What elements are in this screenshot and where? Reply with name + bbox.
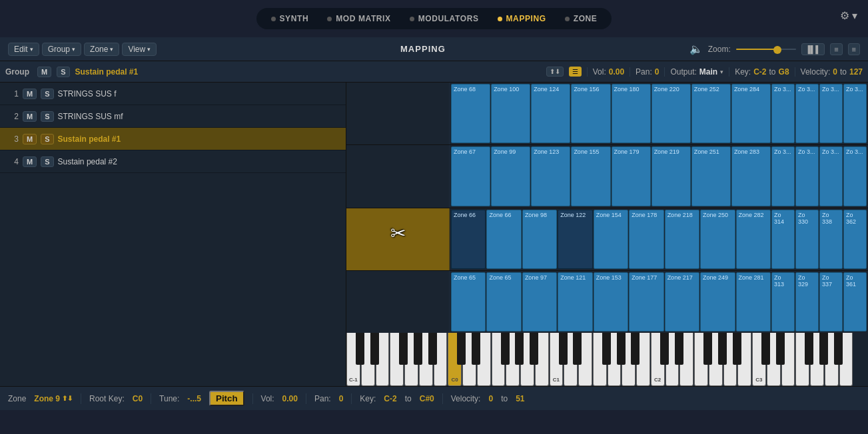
black-key[interactable] xyxy=(414,333,422,365)
zone-cell[interactable]: Zone 68 xyxy=(451,84,490,143)
list-item[interactable]: 1 M S STRINGS SUS f xyxy=(0,83,346,105)
black-key[interactable] xyxy=(703,333,712,365)
zone-cell[interactable]: Zone 249 xyxy=(700,272,735,331)
zone-cell[interactable]: Zone 281 xyxy=(736,272,771,331)
gear-icon[interactable]: ⚙ ▾ xyxy=(840,9,857,22)
zone-cell[interactable]: Zo 329 xyxy=(795,272,819,331)
list-item[interactable]: 4 M S Sustain pedal #2 xyxy=(0,150,346,173)
status-vol-value[interactable]: 0.00 xyxy=(282,394,298,403)
black-key[interactable] xyxy=(472,333,480,365)
row3-s[interactable]: S xyxy=(41,134,53,144)
zone-cell[interactable]: Zone 282 xyxy=(736,210,771,269)
black-key[interactable] xyxy=(761,333,770,365)
black-key[interactable] xyxy=(631,333,640,365)
edit-menu[interactable]: Edit ▾ xyxy=(8,43,39,56)
list-item[interactable]: 2 M S STRINGS SUS mf xyxy=(0,105,346,128)
zone-cell[interactable]: Zone 124 xyxy=(531,84,570,143)
zone-cell[interactable]: Zone 250 xyxy=(700,210,735,269)
zone-cell[interactable]: Zone 154 xyxy=(594,210,628,269)
row4-m[interactable]: M xyxy=(23,156,37,167)
zone-cell[interactable]: Zo 314 xyxy=(771,210,795,269)
status-key-to[interactable]: C#0 xyxy=(420,394,434,403)
zone-cell[interactable]: Zo 362 xyxy=(843,210,867,269)
key-from[interactable]: C-2 xyxy=(753,67,766,77)
row3-m[interactable]: M xyxy=(23,134,37,144)
zone-cell[interactable]: Zo 361 xyxy=(843,272,867,331)
black-key[interactable] xyxy=(573,333,582,365)
zone-cell[interactable]: Zone 219 xyxy=(651,146,691,206)
status-vel-to[interactable]: 51 xyxy=(516,394,524,403)
black-key[interactable] xyxy=(675,333,683,365)
zone-cell[interactable]: Zo 3... xyxy=(795,84,819,143)
zone-cell[interactable]: Zone 67 xyxy=(451,146,490,206)
row4-s[interactable]: S xyxy=(41,156,53,167)
row2-m[interactable]: M xyxy=(23,111,37,122)
zone-cell[interactable]: Zone 65 xyxy=(486,272,521,331)
black-key[interactable] xyxy=(805,333,813,365)
black-key[interactable] xyxy=(834,333,843,365)
zone-cell[interactable]: Zone 284 xyxy=(731,84,771,143)
list-item-active[interactable]: 3 M S Sustain pedal #1 xyxy=(0,128,346,150)
zone-cell[interactable]: Zone 153 xyxy=(594,272,628,331)
row1-m[interactable]: M xyxy=(23,89,37,99)
zone-cell[interactable]: Zone 99 xyxy=(491,146,530,206)
group-list-icon[interactable]: ☰ xyxy=(569,67,582,77)
black-key[interactable] xyxy=(718,333,727,365)
zone-cell[interactable]: Zone 179 xyxy=(612,146,651,206)
zone-cell[interactable]: Zo 313 xyxy=(771,272,795,331)
zone-cell[interactable]: Zo 3... xyxy=(819,84,843,143)
view-menu[interactable]: View ▾ xyxy=(122,43,157,56)
black-key[interactable] xyxy=(776,333,785,365)
group-updown-btn[interactable]: ⬆⬇ xyxy=(546,67,564,77)
zone-cell[interactable]: Zo 337 xyxy=(819,272,843,331)
zone-cell-dark[interactable]: Zone 122 xyxy=(558,210,592,269)
zone-cell-dark[interactable]: Zone 66 xyxy=(451,210,486,269)
pan-value[interactable]: 0 xyxy=(655,67,659,77)
black-key[interactable] xyxy=(819,333,828,365)
zoom-thumb[interactable] xyxy=(773,46,781,54)
zone-cell[interactable]: Zone 283 xyxy=(731,146,771,206)
tab-mod-matrix[interactable]: MOD MATRIX xyxy=(318,11,400,26)
key-to[interactable]: G8 xyxy=(779,67,789,77)
zone-menu[interactable]: Zone ▾ xyxy=(84,43,119,56)
pitch-button[interactable]: Pitch xyxy=(209,391,244,406)
group-s-btn[interactable]: S xyxy=(57,67,69,77)
zone-cell[interactable]: Zo 3... xyxy=(795,146,819,206)
black-key[interactable] xyxy=(530,333,538,365)
zoom-slider[interactable] xyxy=(736,46,796,54)
black-key[interactable] xyxy=(660,333,669,365)
zone-cell[interactable]: Zone 177 xyxy=(629,272,663,331)
zone-cell[interactable]: Zone 65 xyxy=(451,272,486,331)
zone-cell[interactable]: Zone 156 xyxy=(571,84,610,143)
output-value[interactable]: Main xyxy=(699,67,717,77)
vel-to[interactable]: 127 xyxy=(849,67,863,77)
zone-cell[interactable]: Zone 97 xyxy=(522,272,557,331)
black-key[interactable] xyxy=(399,333,408,365)
row1-s[interactable]: S xyxy=(41,89,53,99)
zone-cell[interactable]: Zo 3... xyxy=(771,146,795,206)
row2-s[interactable]: S xyxy=(41,111,53,122)
black-key[interactable] xyxy=(559,333,568,365)
zone-cell[interactable]: Zone 252 xyxy=(691,84,731,143)
zone-cell[interactable]: Zone 178 xyxy=(629,210,663,269)
speaker-icon[interactable]: 🔈 xyxy=(689,43,703,55)
zone-cell[interactable]: Zo 330 xyxy=(795,210,819,269)
root-key-value[interactable]: C0 xyxy=(133,394,143,403)
black-key[interactable] xyxy=(428,333,437,365)
zone-cell[interactable]: Zo 338 xyxy=(819,210,843,269)
zone-status-value[interactable]: Zone 9 ⬆⬇ xyxy=(34,394,73,403)
zone-cell[interactable]: Zo 3... xyxy=(771,84,795,143)
group-menu[interactable]: Group ▾ xyxy=(42,43,81,56)
list-icon-btn[interactable]: ≡ xyxy=(830,43,842,55)
tab-zone[interactable]: ZONE xyxy=(556,11,607,26)
zone-cell[interactable]: Zo 3... xyxy=(843,84,867,143)
zone-cell[interactable]: Zone 251 xyxy=(691,146,731,206)
zone-cell[interactable]: Zone 66 xyxy=(486,210,521,269)
status-pan-value[interactable]: 0 xyxy=(339,394,344,403)
black-key[interactable] xyxy=(356,333,364,365)
lines-icon-btn[interactable]: ≡ xyxy=(848,43,860,55)
black-key[interactable] xyxy=(617,333,626,365)
zone-cell[interactable]: Zo 3... xyxy=(819,146,843,206)
zone-cell[interactable]: Zone 98 xyxy=(522,210,557,269)
tab-modulators[interactable]: MODULATORS xyxy=(400,11,488,26)
